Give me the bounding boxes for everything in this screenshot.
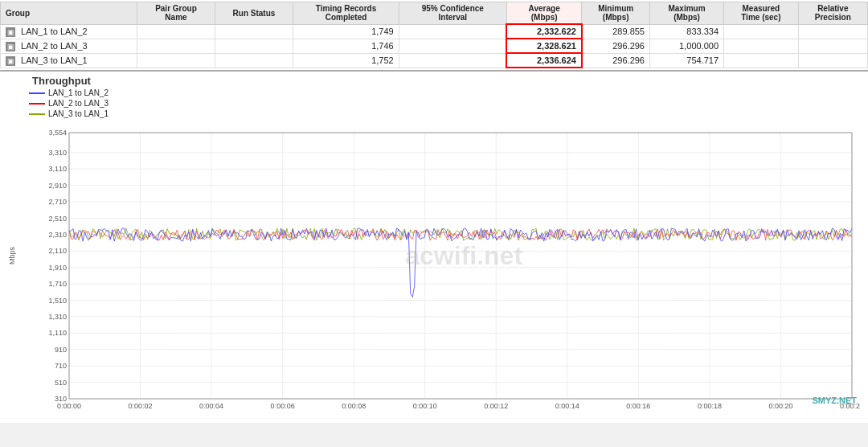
cell-status-1 bbox=[215, 24, 293, 39]
cell-avg-1: 2,332.622 bbox=[506, 24, 582, 39]
cell-ci-2 bbox=[399, 39, 506, 53]
cell-avg-2: 2,328.621 bbox=[506, 39, 582, 53]
cell-timing-2: 1,746 bbox=[293, 39, 399, 53]
cell-max-1: 833.334 bbox=[649, 24, 723, 39]
cell-ci-3 bbox=[399, 53, 506, 68]
col-average: Average(Mbps) bbox=[506, 2, 582, 25]
legend-line-2 bbox=[29, 103, 45, 105]
legend-item-1: LAN_1 to LAN_2 bbox=[29, 88, 108, 97]
col-run-status: Run Status bbox=[215, 2, 293, 25]
cell-group-3: ▣ LAN_3 to LAN_1 bbox=[1, 53, 137, 68]
cell-time-1 bbox=[724, 24, 799, 39]
col-group: Group bbox=[1, 2, 137, 25]
chart-legend: LAN_1 to LAN_2 LAN_2 to LAN_3 LAN_3 to L… bbox=[29, 88, 108, 120]
cell-timing-1: 1,749 bbox=[293, 24, 399, 39]
cell-pair-1 bbox=[137, 24, 215, 39]
throughput-chart bbox=[21, 88, 860, 423]
col-pair-group: Pair GroupName bbox=[137, 2, 215, 25]
cell-max-2: 1,000.000 bbox=[649, 39, 723, 53]
row-icon-3: ▣ bbox=[6, 56, 15, 66]
col-relative-precision: RelativePrecision bbox=[798, 2, 867, 25]
cell-group-2: ▣ LAN_2 to LAN_3 bbox=[1, 39, 137, 53]
legend-label-3: LAN_3 to LAN_1 bbox=[48, 109, 108, 118]
legend-item-3: LAN_3 to LAN_1 bbox=[29, 109, 108, 118]
table-row: ▣ LAN_1 to LAN_2 1,749 2,332.622 289.855… bbox=[1, 24, 868, 39]
cell-rp-3 bbox=[798, 53, 867, 68]
data-table-section: Group Pair GroupName Run Status Timing R… bbox=[0, 0, 868, 72]
chart-section: Throughput Mbps LAN_1 to LAN_2 LAN_2 to … bbox=[0, 72, 868, 423]
col-measured-time: MeasuredTime (sec) bbox=[724, 2, 799, 25]
results-table: Group Pair GroupName Run Status Timing R… bbox=[0, 2, 868, 68]
cell-pair-3 bbox=[137, 53, 215, 68]
col-timing-records: Timing RecordsCompleted bbox=[293, 2, 399, 25]
cell-rp-1 bbox=[798, 24, 867, 39]
chart-title: Throughput bbox=[32, 75, 860, 87]
legend-line-3 bbox=[29, 113, 45, 115]
table-row: ▣ LAN_2 to LAN_3 1,746 2,328.621 296.296… bbox=[1, 39, 868, 53]
cell-timing-3: 1,752 bbox=[293, 53, 399, 68]
legend-line-1 bbox=[29, 92, 45, 94]
table-row: ▣ LAN_3 to LAN_1 1,752 2,336.624 296.296… bbox=[1, 53, 868, 68]
chart-area: Mbps LAN_1 to LAN_2 LAN_2 to LAN_3 LAN_3… bbox=[8, 88, 860, 423]
cell-ci-1 bbox=[399, 24, 506, 39]
col-maximum: Maximum(Mbps) bbox=[649, 2, 723, 25]
cell-time-3 bbox=[724, 53, 799, 68]
legend-item-2: LAN_2 to LAN_3 bbox=[29, 99, 108, 108]
cell-min-3: 296.296 bbox=[582, 53, 650, 68]
cell-rp-2 bbox=[798, 39, 867, 53]
cell-pair-2 bbox=[137, 39, 215, 53]
cell-group-1: ▣ LAN_1 to LAN_2 bbox=[1, 24, 137, 39]
row-icon-2: ▣ bbox=[6, 42, 15, 51]
col-confidence: 95% ConfidenceInterval bbox=[399, 2, 506, 25]
cell-time-2 bbox=[724, 39, 799, 53]
row-icon-1: ▣ bbox=[6, 27, 15, 37]
y-axis-label: Mbps bbox=[8, 247, 21, 265]
smyz-watermark: SMYZ.NET bbox=[812, 396, 857, 405]
cell-min-1: 289.855 bbox=[582, 24, 650, 39]
cell-status-3 bbox=[215, 53, 293, 68]
legend-label-2: LAN_2 to LAN_3 bbox=[48, 99, 108, 108]
cell-max-3: 754.717 bbox=[649, 53, 723, 68]
cell-min-2: 296.296 bbox=[582, 39, 650, 53]
cell-avg-3: 2,336.624 bbox=[506, 53, 582, 68]
col-minimum: Minimum(Mbps) bbox=[582, 2, 650, 25]
chart-inner: LAN_1 to LAN_2 LAN_2 to LAN_3 LAN_3 to L… bbox=[21, 88, 860, 423]
legend-label-1: LAN_1 to LAN_2 bbox=[48, 88, 108, 97]
cell-status-2 bbox=[215, 39, 293, 53]
